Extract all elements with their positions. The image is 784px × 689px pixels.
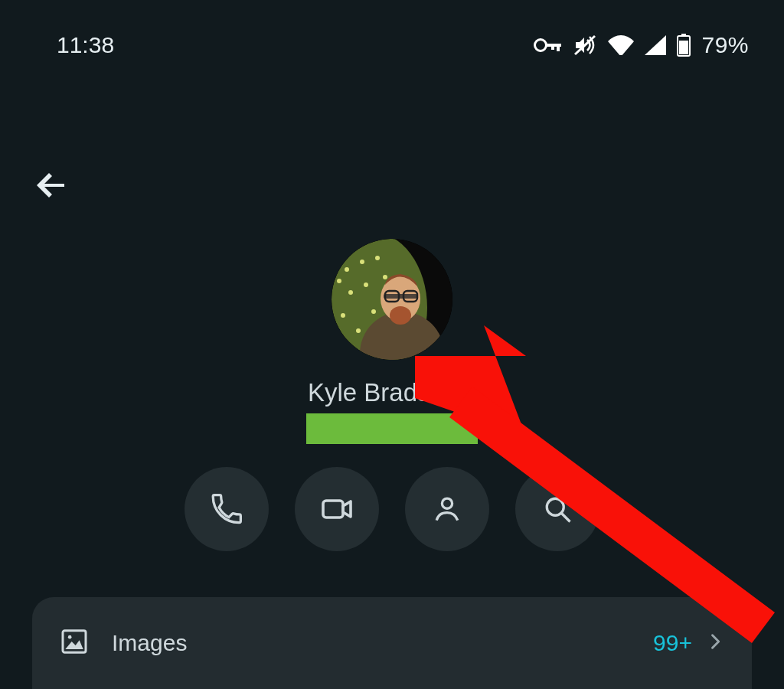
svg-point-15 — [364, 282, 368, 287]
svg-point-18 — [356, 328, 361, 333]
contact-profile: Kyle Bradshaw — [0, 239, 784, 444]
avatar[interactable] — [332, 239, 452, 360]
svg-rect-3 — [551, 44, 554, 50]
profile-button[interactable] — [405, 467, 489, 551]
svg-point-19 — [383, 275, 387, 279]
svg-rect-2 — [557, 44, 560, 51]
svg-rect-7 — [679, 41, 688, 54]
vpn-key-icon — [533, 36, 562, 54]
svg-point-14 — [348, 290, 353, 295]
back-button[interactable] — [29, 162, 75, 208]
svg-point-11 — [345, 267, 349, 272]
svg-point-0 — [535, 40, 547, 51]
svg-line-30 — [562, 514, 570, 522]
wifi-icon — [608, 35, 634, 55]
svg-point-32 — [68, 635, 72, 639]
arrow-left-icon — [34, 167, 70, 204]
video-button[interactable] — [295, 467, 379, 551]
battery-text: 79% — [701, 32, 749, 58]
phone-icon — [210, 492, 243, 526]
video-icon — [318, 491, 355, 527]
images-count: 99+ — [653, 630, 692, 656]
battery-icon — [677, 34, 691, 57]
mute-icon — [573, 34, 597, 57]
cell-signal-icon — [645, 35, 666, 55]
svg-point-20 — [337, 279, 341, 283]
svg-point-28 — [442, 498, 452, 508]
redaction-block — [306, 413, 478, 444]
svg-point-23 — [390, 306, 411, 325]
call-button[interactable] — [185, 467, 269, 551]
svg-point-13 — [375, 256, 380, 260]
search-icon — [541, 492, 574, 526]
status-right: 79% — [533, 32, 749, 58]
image-icon — [58, 626, 90, 660]
chevron-right-icon — [704, 631, 726, 655]
images-row[interactable]: Images 99+ — [32, 597, 752, 689]
svg-point-17 — [371, 309, 376, 314]
svg-rect-24 — [384, 294, 417, 299]
contact-name: Kyle Bradshaw — [308, 378, 476, 407]
person-icon — [430, 492, 464, 526]
svg-point-29 — [547, 498, 564, 515]
status-time: 11:38 — [57, 32, 114, 58]
svg-rect-27 — [323, 501, 343, 518]
svg-rect-6 — [681, 34, 686, 37]
images-label: Images — [112, 630, 653, 656]
svg-point-16 — [341, 313, 345, 318]
search-button[interactable] — [515, 467, 599, 551]
svg-point-12 — [360, 260, 364, 264]
status-bar: 11:38 — [0, 0, 784, 90]
action-row — [0, 467, 784, 551]
